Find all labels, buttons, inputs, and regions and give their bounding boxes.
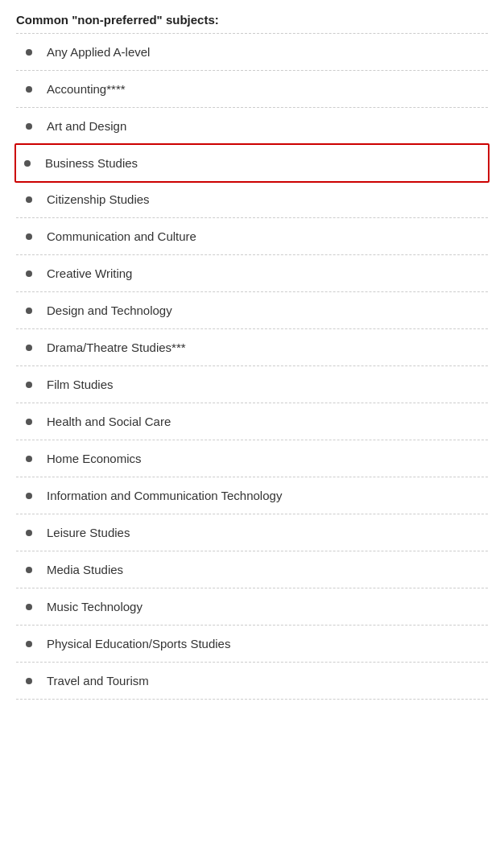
subject-label: Any Applied A-level xyxy=(47,45,150,59)
subject-label: Citizenship Studies xyxy=(47,192,150,206)
bullet-icon xyxy=(26,641,32,647)
section-title: Common "non-preferred" subjects: xyxy=(16,13,488,27)
subject-label: Design and Technology xyxy=(47,303,172,317)
subject-label: Physical Education/Sports Studies xyxy=(47,637,230,650)
bullet-icon xyxy=(26,86,32,93)
subject-label: Travel and Tourism xyxy=(47,674,149,688)
subject-label: Information and Communication Technology xyxy=(47,489,282,502)
subject-label: Health and Social Care xyxy=(47,415,171,428)
subject-label: Home Economics xyxy=(47,452,142,465)
list-item-travel-and-tourism[interactable]: Travel and Tourism xyxy=(16,663,488,700)
subject-label: Communication and Culture xyxy=(47,229,196,243)
bullet-icon xyxy=(26,456,32,462)
list-item-information-and-communication-technology[interactable]: Information and Communication Technology xyxy=(16,477,488,514)
subject-list: Any Applied A-levelAccounting****Art and… xyxy=(16,33,488,700)
bullet-icon xyxy=(26,196,32,203)
bullet-icon xyxy=(26,345,32,351)
bullet-icon xyxy=(26,604,32,610)
bullet-icon xyxy=(26,123,32,130)
bullet-icon xyxy=(26,419,32,425)
list-item-physical-education-sports-studies[interactable]: Physical Education/Sports Studies xyxy=(16,626,488,663)
page-container: Common "non-preferred" subjects: Any App… xyxy=(0,0,504,712)
subject-label: Film Studies xyxy=(47,378,114,391)
subject-label: Accounting**** xyxy=(47,82,126,96)
bullet-icon xyxy=(24,160,31,167)
bullet-icon xyxy=(26,270,32,277)
list-item-any-applied-a-level[interactable]: Any Applied A-level xyxy=(16,33,488,71)
subject-label: Music Technology xyxy=(47,600,143,613)
bullet-icon xyxy=(26,382,32,388)
list-item-leisure-studies[interactable]: Leisure Studies xyxy=(16,514,488,551)
list-item-music-technology[interactable]: Music Technology xyxy=(16,588,488,626)
subject-label: Business Studies xyxy=(45,156,138,170)
bullet-icon xyxy=(26,530,32,536)
list-item-creative-writing[interactable]: Creative Writing xyxy=(16,255,488,292)
list-item-accounting[interactable]: Accounting**** xyxy=(16,71,488,108)
subject-label: Art and Design xyxy=(47,119,126,133)
subject-label: Leisure Studies xyxy=(47,526,130,539)
list-item-drama-theatre-studies[interactable]: Drama/Theatre Studies*** xyxy=(16,329,488,366)
bullet-icon xyxy=(26,308,32,314)
list-item-business-studies[interactable]: Business Studies xyxy=(14,143,490,183)
subject-label: Creative Writing xyxy=(47,266,132,280)
list-item-home-economics[interactable]: Home Economics xyxy=(16,440,488,477)
list-item-communication-and-culture[interactable]: Communication and Culture xyxy=(16,218,488,255)
bullet-icon xyxy=(26,567,32,573)
bullet-icon xyxy=(26,493,32,499)
list-item-media-studies[interactable]: Media Studies xyxy=(16,551,488,588)
list-item-health-and-social-care[interactable]: Health and Social Care xyxy=(16,403,488,440)
bullet-icon xyxy=(26,49,32,56)
bullet-icon xyxy=(26,233,32,240)
list-item-citizenship-studies[interactable]: Citizenship Studies xyxy=(16,181,488,218)
subject-label: Media Studies xyxy=(47,563,123,576)
subject-label: Drama/Theatre Studies*** xyxy=(47,341,186,354)
list-item-film-studies[interactable]: Film Studies xyxy=(16,366,488,403)
bullet-icon xyxy=(26,678,32,684)
list-item-art-and-design[interactable]: Art and Design xyxy=(16,108,488,145)
list-item-design-and-technology[interactable]: Design and Technology xyxy=(16,292,488,329)
